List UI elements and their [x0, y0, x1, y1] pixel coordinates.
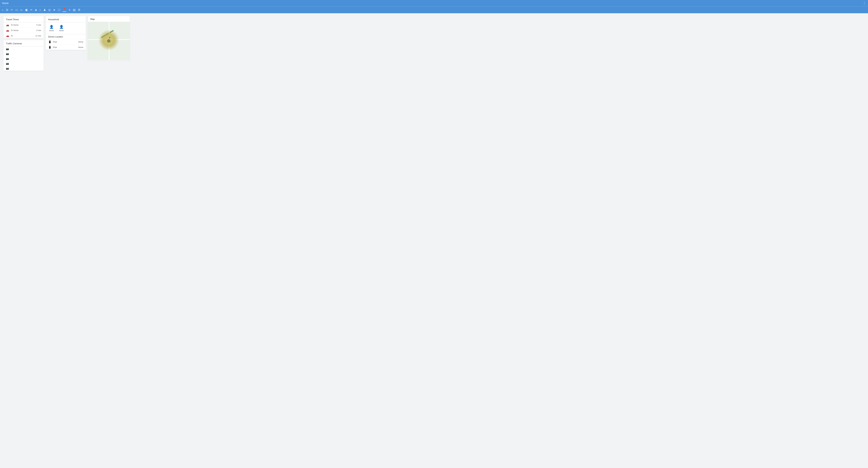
camera-icon: 📷: [6, 48, 9, 50]
car-icon: 🚗: [6, 24, 9, 26]
pen-icon[interactable]: ✏: [30, 8, 32, 11]
car-icon: 🚗: [6, 34, 9, 37]
target-icon[interactable]: ◎: [48, 8, 51, 11]
household-header: Household: [46, 16, 86, 22]
camera-icon: 📷: [6, 57, 9, 60]
travel-label: To Home: [11, 24, 35, 26]
tablet-icon: 📱: [48, 46, 51, 49]
direction-icon[interactable]: ➤: [53, 8, 56, 11]
location-icon[interactable]: 📍: [63, 8, 66, 12]
card-icon[interactable]: ▤: [73, 8, 75, 11]
map-pin: 📍: [108, 37, 111, 39]
household-members: 👤 Home 👤 Home: [46, 22, 86, 34]
camera-icon: 📷: [6, 52, 9, 55]
monitor-icon[interactable]: ▣: [25, 8, 28, 11]
device-location-header: Device Location: [46, 34, 86, 39]
topbar: Home ⋮: [0, 0, 868, 6]
tablet-icon: 📱: [48, 40, 51, 43]
app-title: Home: [2, 2, 8, 4]
device-name: iPad: [53, 41, 76, 43]
travel-row: 🚗 To Home 0 min: [3, 22, 43, 28]
member-label: Home: [49, 30, 54, 32]
map-body[interactable]: 📍: [88, 22, 130, 60]
device-location-label: Home: [78, 41, 83, 43]
filter-icon[interactable]: ⚙: [78, 8, 81, 11]
travel-times-header: Travel Times: [3, 16, 43, 22]
chair-icon[interactable]: ⊏: [21, 8, 23, 11]
traffic-camera-row[interactable]: 📷: [3, 51, 43, 56]
traffic-camera-row[interactable]: 📷: [3, 66, 43, 71]
traffic-camera-row[interactable]: 📷: [3, 56, 43, 61]
building-icon[interactable]: ⌂: [39, 8, 41, 11]
member-item: 👤 Home: [59, 25, 64, 32]
device-name: iPad: [53, 46, 76, 48]
list-icon[interactable]: ≡: [69, 8, 70, 11]
pin-icon[interactable]: ◈: [35, 8, 37, 11]
person-icon: 👤: [49, 25, 54, 29]
camera-icon: 📷: [6, 67, 9, 70]
traffic-camera-row[interactable]: 📷: [3, 46, 43, 51]
device-row: 📱 iPad Home: [46, 44, 86, 50]
map-card[interactable]: Map 📍: [88, 16, 130, 61]
member-label: Home: [59, 30, 64, 32]
person-icon[interactable]: ♟: [43, 8, 46, 11]
shield-icon[interactable]: ⬡: [58, 8, 60, 11]
travel-time: 11 min: [35, 35, 41, 37]
travel-row: 🚗 To 11 min: [3, 33, 43, 38]
navbar: ⌂ ⊟ ✂ ▭ ⊏ ▣ ✏ ◈ ⌂ ♟ ◎ ➤ ⬡ 📍 ≡ ▤ ⚙: [0, 6, 868, 13]
travel-label: To: [11, 35, 34, 37]
traffic-camera-row[interactable]: 📷: [3, 61, 43, 66]
travel-times-card: Travel Times 🚗 To Home 0 min 🚗 To Home 0…: [3, 16, 43, 38]
menu-button[interactable]: ⋮: [863, 1, 866, 5]
travel-time: 0 min: [36, 29, 41, 31]
tools-icon[interactable]: ✂: [11, 8, 13, 11]
bed2-icon[interactable]: ▭: [16, 8, 18, 11]
travel-label: To Home: [11, 29, 35, 31]
member-item: 👤 Home: [49, 25, 54, 32]
left-column: Travel Times 🚗 To Home 0 min 🚗 To Home 0…: [3, 16, 43, 71]
map-circle-inner: [107, 39, 111, 43]
travel-row: 🚗 To Home 0 min: [3, 28, 43, 33]
device-location-label: Home: [78, 46, 83, 48]
car-icon: 🚗: [6, 29, 9, 32]
traffic-cameras-card: Traffic Cameras 📷 📷 📷 📷 📷: [3, 40, 43, 71]
home-icon[interactable]: ⌂: [2, 8, 3, 11]
device-row: 📱 iPad Home: [46, 39, 86, 44]
person-icon: 👤: [59, 25, 64, 29]
household-card: Household 👤 Home 👤 Home Device Location …: [46, 16, 86, 50]
travel-time: 0 min: [36, 24, 41, 26]
bed-icon[interactable]: ⊟: [6, 8, 8, 11]
main-content: Travel Times 🚗 To Home 0 min 🚗 To Home 0…: [0, 13, 868, 73]
map-header: Map: [88, 16, 130, 22]
camera-icon: 📷: [6, 62, 9, 65]
traffic-cameras-header: Traffic Cameras: [3, 40, 43, 46]
